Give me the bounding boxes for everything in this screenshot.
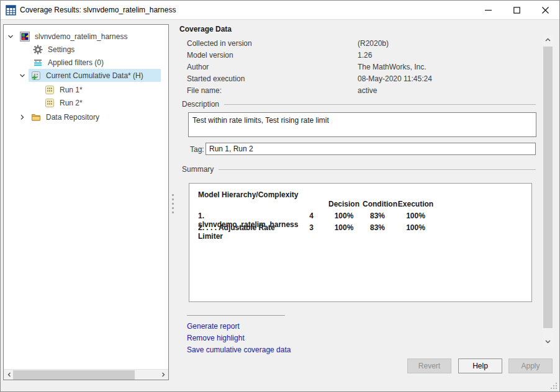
filter-icon [33, 58, 43, 68]
tree-item-label: Applied filters (0) [48, 58, 104, 67]
tree-item-label: Data Repository [46, 113, 99, 122]
column-header: Execution [392, 200, 439, 208]
row-name: 2. . . . Adjustable Rate Limiter [198, 223, 297, 241]
gear-icon [33, 45, 43, 55]
chevron-down-icon[interactable] [6, 32, 15, 41]
divider-line [219, 169, 536, 170]
close-button[interactable] [531, 1, 559, 20]
tag-input[interactable] [205, 143, 536, 155]
field-label: File name: [187, 86, 222, 95]
description-group-label: Description [182, 100, 536, 109]
description-label: Description [182, 100, 219, 109]
maximize-button[interactable] [502, 1, 531, 20]
close-icon [542, 7, 549, 14]
scroll-up-icon[interactable] [543, 35, 553, 45]
field-label: Author [187, 63, 209, 71]
run-icon [45, 98, 55, 108]
model-icon [20, 32, 30, 42]
coverage-results-window: Coverage Results: slvnvdemo_ratelim_harn… [0, 0, 560, 392]
resize-grip-icon[interactable] [549, 381, 557, 389]
scrollbar-thumb[interactable] [543, 47, 553, 328]
report-table-title: Model Hierarchy/Complexity [198, 190, 298, 199]
row-execution: 100% [392, 223, 439, 241]
run-icon [45, 85, 55, 95]
row-decision: 100% [325, 223, 363, 241]
minimize-button[interactable] [474, 1, 502, 20]
generate-report-link[interactable]: Generate report [187, 322, 240, 331]
cumulative-data-icon [31, 71, 41, 81]
tree-item-label: slvnvdemo_ratelim_harness [35, 32, 127, 41]
details-vertical-scrollbar[interactable] [543, 35, 553, 347]
chevron-down-icon[interactable] [18, 71, 27, 80]
tag-label: Tag: [190, 145, 204, 154]
minimize-icon [485, 7, 492, 14]
title-bar: Coverage Results: slvnvdemo_ratelim_harn… [1, 1, 559, 20]
divider-line [224, 104, 536, 105]
tree-item-run-1[interactable]: Run 1* [4, 83, 168, 96]
field-row: Model version 1.26 [187, 51, 535, 61]
field-row: Author The MathWorks, Inc. [187, 63, 535, 73]
tree-item-run-2[interactable]: Run 2* [4, 96, 168, 109]
links-divider [187, 315, 285, 316]
help-button[interactable]: Help [458, 359, 502, 373]
field-label: Collected in version [187, 39, 252, 48]
summary-group-label: Summary [182, 165, 536, 174]
revert-button[interactable]: Revert [407, 359, 451, 373]
tree-item-model-root[interactable]: slvnvdemo_ratelim_harness [4, 30, 168, 43]
results-tree-panel: slvnvdemo_ratelim_harness Settings [3, 24, 169, 380]
tree-item-label: Run 2* [60, 99, 83, 107]
folder-icon [31, 112, 41, 122]
scrollbar-thumb[interactable] [13, 370, 135, 380]
tree-item-data-repository[interactable]: Data Repository [4, 110, 168, 123]
row-condition: 83% [363, 223, 392, 241]
window-title: Coverage Results: slvnvdemo_ratelim_harn… [20, 6, 176, 14]
maximize-icon [513, 7, 520, 14]
remove-highlight-link[interactable]: Remove highlight [187, 334, 245, 342]
coverage-table-icon [6, 5, 16, 16]
scroll-right-icon[interactable] [158, 370, 168, 380]
field-row: Started execution 08-May-2020 11:45:24 [187, 74, 535, 84]
field-label: Started execution [187, 74, 245, 83]
coverage-data-header: Coverage Data [179, 25, 232, 33]
row-complexity: 3 [297, 223, 325, 241]
tree-item-current-cumulative-data[interactable]: Current Cumulative Data* (H) [4, 69, 168, 82]
field-value: active [358, 86, 377, 95]
field-value: The MathWorks, Inc. [358, 63, 426, 71]
report-table-header: Decision Condition Execution [189, 200, 531, 208]
tree-item-label: Current Cumulative Data* (H) [46, 71, 143, 80]
field-row: File name: active [187, 86, 535, 96]
column-header: Decision [325, 200, 363, 208]
field-value: (R2020b) [358, 39, 389, 48]
panel-splitter[interactable] [172, 194, 174, 216]
scroll-down-icon[interactable] [543, 336, 553, 347]
description-input[interactable] [188, 112, 536, 137]
apply-button[interactable]: Apply [508, 359, 553, 373]
save-cumulative-coverage-data-link[interactable]: Save cumulative coverage data [187, 345, 291, 354]
table-row: 2. . . . Adjustable Rate Limiter 3 100% … [189, 223, 531, 241]
tree-item-applied-filters[interactable]: Applied filters (0) [4, 56, 168, 69]
column-header: Condition [363, 200, 392, 208]
field-row: Collected in version (R2020b) [187, 39, 535, 49]
tree-horizontal-scrollbar[interactable] [4, 369, 168, 380]
tree-item-label: Run 1* [60, 86, 83, 94]
field-label: Model version [187, 51, 233, 60]
summary-label: Summary [182, 165, 214, 174]
tree-item-settings[interactable]: Settings [4, 43, 168, 56]
chevron-right-icon[interactable] [18, 113, 27, 122]
field-value: 1.26 [358, 51, 372, 60]
summary-report-box: Model Hierarchy/Complexity Decision Cond… [189, 183, 532, 302]
tree-item-label: Settings [48, 45, 75, 54]
field-value: 08-May-2020 11:45:24 [358, 74, 432, 83]
